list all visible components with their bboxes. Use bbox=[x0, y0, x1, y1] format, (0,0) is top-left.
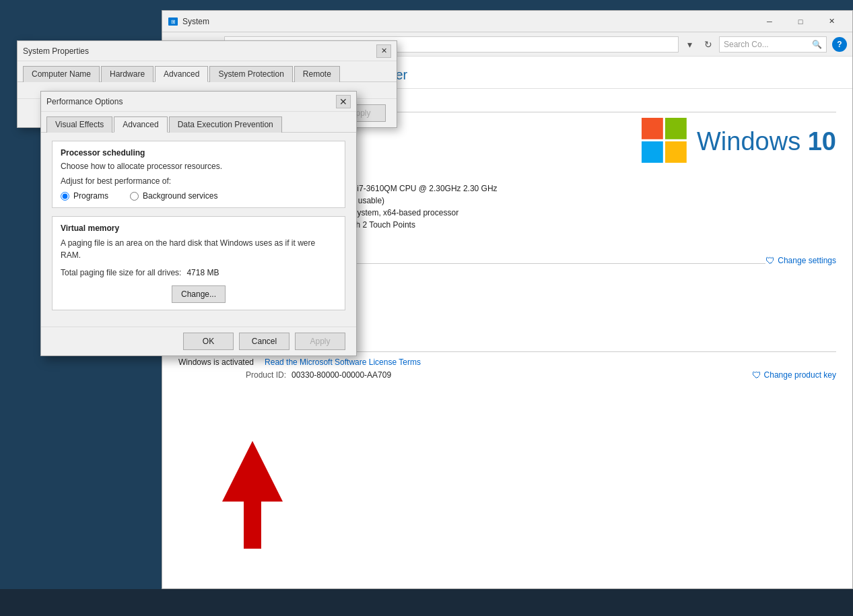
svg-rect-2 bbox=[642, 118, 663, 139]
activation-status-row: Windows is activated Read the Microsoft … bbox=[178, 357, 836, 367]
dropdown-button[interactable]: ▾ bbox=[681, 36, 697, 53]
processor-scheduling-title: Processor scheduling bbox=[61, 148, 337, 158]
perf-cancel-button[interactable]: Cancel bbox=[239, 333, 289, 350]
adjust-label: Adjust for best performance of: bbox=[61, 176, 337, 186]
search-box[interactable]: Search Co... 🔍 bbox=[719, 36, 827, 53]
product-id-inner: Product ID: 00330-80000-00000-AA709 bbox=[178, 370, 391, 380]
paging-file-row: Total paging file size for all drives: 4… bbox=[61, 268, 337, 277]
processor-scheduling-desc: Choose how to allocate processor resourc… bbox=[61, 162, 337, 171]
product-id-value: 00330-80000-00000-AA709 bbox=[292, 370, 391, 380]
tab-remote[interactable]: Remote bbox=[294, 66, 340, 82]
system-title: ⊞ System bbox=[168, 16, 754, 27]
tab-advanced[interactable]: Advanced bbox=[155, 66, 208, 82]
perf-ok-button[interactable]: OK bbox=[183, 333, 234, 350]
perf-close-button[interactable]: ✕ bbox=[336, 95, 351, 108]
perf-title: Performance Options bbox=[46, 97, 336, 106]
radio-group: Programs Background services bbox=[61, 191, 337, 201]
svg-rect-5 bbox=[665, 141, 687, 163]
tab-visual-effects[interactable]: Visual Effects bbox=[46, 116, 112, 133]
tab-hardware[interactable]: Hardware bbox=[101, 66, 153, 82]
search-placeholder: Search Co... bbox=[724, 40, 769, 49]
tab-perf-advanced[interactable]: Advanced bbox=[114, 116, 167, 133]
product-id-label: Product ID: bbox=[178, 370, 286, 380]
search-icon[interactable]: 🔍 bbox=[812, 40, 822, 49]
paging-label: Total paging file size for all drives: bbox=[61, 268, 181, 277]
system-titlebar: ⊞ System ─ □ ✕ bbox=[162, 11, 852, 32]
paging-value: 4718 MB bbox=[186, 268, 219, 277]
windows-logo-icon bbox=[642, 118, 689, 165]
shield-icon: 🛡 bbox=[765, 255, 775, 266]
license-link[interactable]: Read the Microsoft Software License Term… bbox=[265, 357, 421, 367]
svg-text:⊞: ⊞ bbox=[171, 19, 176, 25]
activation-status: Windows is activated bbox=[178, 357, 254, 367]
help-button[interactable]: ? bbox=[832, 37, 847, 52]
shield-icon-2: 🛡 bbox=[752, 370, 761, 380]
tab-computer-name[interactable]: Computer Name bbox=[23, 66, 100, 82]
refresh-button[interactable]: ↻ bbox=[700, 36, 716, 53]
maximize-button[interactable]: □ bbox=[785, 11, 816, 32]
change-product-key-button[interactable]: 🛡 Change product key bbox=[752, 370, 836, 380]
radio-programs[interactable]: Programs bbox=[61, 191, 108, 201]
perf-apply-button[interactable]: Apply bbox=[295, 333, 345, 350]
change-key-label[interactable]: Change product key bbox=[764, 370, 836, 380]
system-props-title: System Properties bbox=[23, 46, 376, 56]
system-icon: ⊞ bbox=[168, 16, 178, 27]
change-btn-container: Change... bbox=[61, 285, 337, 303]
change-settings-button[interactable]: 🛡 Change settings bbox=[765, 255, 836, 266]
system-props-tabs: Computer Name Hardware Advanced System P… bbox=[18, 61, 397, 82]
virtual-memory-box: Virtual memory A paging file is an area … bbox=[52, 216, 345, 310]
radio-background-services[interactable]: Background services bbox=[130, 191, 217, 201]
titlebar-controls: ─ □ ✕ bbox=[754, 11, 847, 32]
system-props-titlebar: System Properties ✕ bbox=[18, 41, 397, 61]
system-props-close[interactable]: ✕ bbox=[376, 44, 391, 58]
system-title-text: System bbox=[182, 17, 209, 26]
tab-system-protection[interactable]: System Protection bbox=[209, 66, 292, 82]
perf-tabs: Visual Effects Advanced Data Execution P… bbox=[41, 112, 356, 133]
radio-programs-input[interactable] bbox=[61, 192, 69, 201]
virtual-memory-desc: A paging file is an area on the hard dis… bbox=[61, 237, 337, 261]
change-settings-label[interactable]: Change settings bbox=[778, 256, 836, 265]
perf-titlebar: Performance Options ✕ bbox=[41, 92, 356, 112]
product-id-row: Product ID: 00330-80000-00000-AA709 🛡 Ch… bbox=[178, 370, 836, 380]
performance-options-dialog: Performance Options ✕ Visual Effects Adv… bbox=[40, 91, 357, 356]
virtual-memory-title: Virtual memory bbox=[61, 224, 337, 233]
change-button[interactable]: Change... bbox=[172, 285, 226, 303]
svg-rect-4 bbox=[642, 141, 663, 163]
radio-background-input[interactable] bbox=[130, 192, 139, 201]
svg-rect-3 bbox=[665, 118, 687, 139]
win10-branding: Windows 10 bbox=[642, 118, 836, 165]
perf-body: Processor scheduling Choose how to alloc… bbox=[41, 133, 356, 327]
processor-scheduling-box: Processor scheduling Choose how to alloc… bbox=[52, 141, 345, 208]
minimize-button[interactable]: ─ bbox=[754, 11, 785, 32]
close-button[interactable]: ✕ bbox=[816, 11, 847, 32]
tab-data-execution[interactable]: Data Execution Prevention bbox=[169, 116, 282, 133]
perf-footer: OK Cancel Apply bbox=[41, 327, 356, 355]
windows10-text: Windows 10 bbox=[697, 127, 836, 156]
